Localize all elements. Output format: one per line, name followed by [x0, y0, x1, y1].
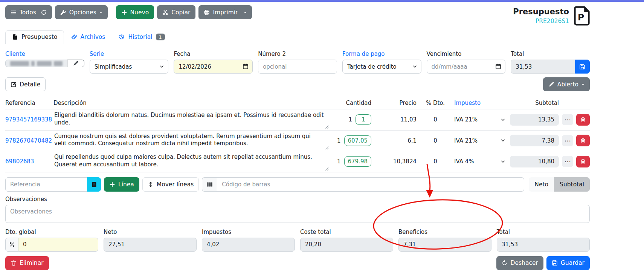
opciones-button[interactable]: Opciones: [55, 5, 108, 19]
fecha-input[interactable]: [174, 60, 253, 74]
estado-dropdown-button[interactable]: Abierto: [543, 77, 590, 91]
col-header-referencia: Referencia: [5, 100, 50, 106]
list-icon: [11, 9, 17, 15]
serie-select[interactable]: Simplificadas: [90, 60, 169, 74]
trash-icon: [580, 138, 586, 144]
resize-handle[interactable]: [325, 167, 328, 170]
impuesto-select[interactable]: IVA 21%: [454, 137, 507, 144]
journal-icon: [91, 181, 97, 187]
descripcion-textarea[interactable]: Eligendi blanditiis dolorum natus. Ducim…: [53, 111, 329, 129]
trash-icon: [580, 117, 586, 123]
chevron-down-icon: [501, 117, 505, 122]
trash-icon: [11, 260, 17, 266]
new-referencia-input[interactable]: [5, 177, 87, 192]
toggle-neto[interactable]: Neto: [529, 177, 554, 192]
precio-value[interactable]: 10,3824: [374, 158, 417, 165]
resize-handle[interactable]: [325, 146, 328, 149]
descripcion-textarea[interactable]: Qui repellendus quod culpa maiores culpa…: [53, 152, 329, 171]
row-delete-button[interactable]: [576, 135, 590, 146]
svg-text:P: P: [578, 12, 584, 23]
serie-label[interactable]: Serie: [90, 51, 169, 57]
fecha-label: Fecha: [174, 51, 253, 57]
dto-value[interactable]: 0: [420, 158, 451, 165]
dto-value[interactable]: 0: [420, 116, 451, 123]
impuesto-select[interactable]: IVA 21%: [454, 116, 507, 123]
table-row: 9782670470482 Cumque nostrum quis est do…: [5, 131, 590, 152]
resize-handle[interactable]: [325, 125, 328, 129]
referencia-link[interactable]: 9793457169338: [5, 116, 50, 123]
row-more-button[interactable]: ⋯: [562, 135, 573, 146]
forma-pago-select[interactable]: Tarjeta de crédito: [342, 60, 421, 74]
copiar-button[interactable]: Copiar: [157, 5, 195, 19]
nuevo-button[interactable]: Nuevo: [116, 5, 154, 19]
neto-subtotal-toggle: Neto Subtotal: [529, 177, 590, 192]
todos-button[interactable]: Todos: [5, 5, 52, 19]
todos-label: Todos: [20, 9, 36, 16]
chevron-down-icon: [159, 64, 164, 69]
cliente-edit-button[interactable]: [67, 60, 84, 67]
scissors-icon: [162, 9, 168, 15]
move-lines-button[interactable]: Mover líneas: [142, 177, 199, 192]
precio-value[interactable]: 6,1: [374, 137, 417, 144]
numero2-label: Número 2: [258, 51, 337, 57]
cliente-label[interactable]: Cliente: [5, 51, 84, 57]
numero2-input[interactable]: [258, 60, 337, 74]
save-icon: [552, 260, 558, 266]
calendar-icon[interactable]: [243, 63, 249, 69]
up-down-arrows-icon: [148, 181, 154, 187]
historial-count-badge: 1: [156, 34, 165, 40]
deshacer-button[interactable]: Deshacer: [496, 256, 543, 270]
coste-total-label: Coste total: [300, 229, 393, 235]
deshacer-label: Deshacer: [511, 260, 538, 266]
forma-pago-label[interactable]: Forma de pago: [342, 51, 421, 57]
precio-value[interactable]: 11,03: [374, 116, 417, 123]
cantidad-value[interactable]: 1: [348, 116, 352, 123]
paperclip-icon: [71, 34, 77, 40]
copiar-label: Copiar: [171, 9, 190, 16]
referencia-link[interactable]: 9782670470482: [5, 137, 50, 144]
product-search-button[interactable]: [87, 177, 101, 192]
tab-archivos[interactable]: Archivos: [64, 30, 112, 44]
referencia-link[interactable]: 69802683: [5, 158, 50, 165]
pencil-square-icon: [11, 81, 17, 88]
save-total-button[interactable]: [575, 60, 590, 74]
eliminar-button[interactable]: Eliminar: [5, 256, 49, 270]
col-header-subtotal: Subtotal: [510, 100, 559, 106]
caret-down-icon[interactable]: [244, 12, 247, 15]
beneficios-label: Beneficios: [398, 229, 491, 235]
add-line-button[interactable]: Línea: [104, 177, 139, 192]
document-form: Cliente Serie Simplificadas Fech: [5, 51, 590, 74]
cantidad-value[interactable]: 1: [337, 158, 341, 165]
observaciones-textarea[interactable]: [5, 205, 590, 223]
col-header-impuesto[interactable]: Impuesto: [454, 100, 507, 106]
row-delete-button[interactable]: [576, 114, 590, 126]
tab-historial[interactable]: Historial 1: [112, 30, 171, 44]
descripcion-textarea[interactable]: Cumque nostrum quis est dolores providen…: [53, 132, 329, 150]
detalle-button[interactable]: Detalle: [5, 77, 46, 91]
page-title: Presupuesto: [513, 7, 569, 17]
impuesto-select[interactable]: IVA 4%: [454, 158, 507, 165]
refresh-icon[interactable]: [41, 9, 47, 15]
impuestos-input: [202, 238, 295, 252]
vencimiento-input[interactable]: [427, 60, 506, 74]
imprimir-button[interactable]: Imprimir: [198, 5, 252, 19]
total-header-label: Total: [511, 51, 590, 57]
observaciones-label: Observaciones: [5, 196, 590, 203]
document-code: PRE2026S1: [513, 18, 569, 25]
toggle-subtotal[interactable]: Subtotal: [554, 177, 590, 192]
subtotal-readonly: 7,38: [510, 135, 559, 146]
calendar-icon[interactable]: [495, 63, 501, 69]
col-header-descripcion: Descripción: [53, 100, 329, 106]
row-more-button[interactable]: ⋯: [562, 156, 573, 167]
guardar-button[interactable]: Guardar: [546, 256, 590, 270]
lines-table: Referencia Descripción Cantidad Precio %…: [5, 97, 590, 172]
dto-global-input[interactable]: [18, 238, 98, 252]
dto-value[interactable]: 0: [420, 137, 451, 144]
barcode-input[interactable]: [217, 177, 524, 192]
beneficios-input: [398, 238, 491, 252]
row-delete-button[interactable]: [576, 156, 590, 167]
row-more-button[interactable]: ⋯: [562, 114, 573, 125]
add-line-label: Línea: [118, 181, 134, 188]
tab-presupuesto[interactable]: Presupuesto: [5, 30, 64, 44]
cantidad-value[interactable]: 1: [337, 137, 341, 144]
